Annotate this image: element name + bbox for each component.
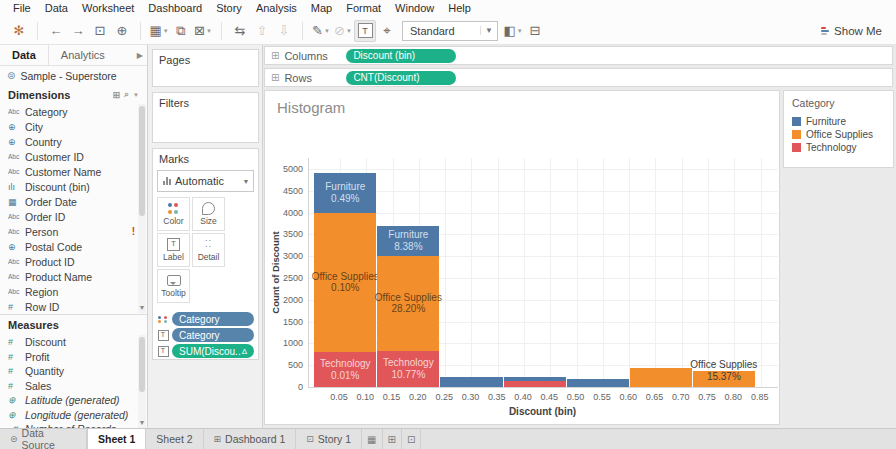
label-icon: T [167, 238, 180, 251]
highlight-button[interactable]: ✎▼ [310, 20, 332, 42]
bar-segment-office-supplies-bin6[interactable] [693, 371, 755, 387]
field-product-id[interactable]: AbcProduct ID [0, 254, 147, 269]
tab-analytics[interactable]: Analytics [49, 45, 117, 65]
text-icon: Abc [8, 273, 25, 280]
tooltip-button[interactable]: Tooltip [157, 269, 190, 303]
clear-sheet-button[interactable]: ⊠▼ [192, 20, 214, 42]
columns-shelf[interactable]: ⊞ Columns Discount (bin) [264, 46, 893, 65]
datasource-row[interactable]: ⊜ Sample - Superstore [0, 66, 147, 85]
menu-file[interactable]: File [6, 0, 38, 17]
tableau-logo-button[interactable]: ✻ [8, 20, 30, 42]
rows-shelf[interactable]: ⊞ Rows CNT(Discount) [264, 68, 893, 87]
bar-segment-furniture-bin3[interactable] [504, 377, 566, 381]
presentation-mode-button[interactable]: ⊟ [524, 20, 546, 42]
bar-segment-technology-bin1[interactable] [377, 351, 439, 387]
bar-segment-furniture-bin4[interactable] [567, 379, 629, 387]
bar-segment-office-supplies-bin5[interactable] [630, 368, 692, 387]
menu-data[interactable]: Data [38, 0, 75, 17]
mark-type-dropdown[interactable]: Automatic ▼ [157, 170, 254, 192]
menu-format[interactable]: Format [339, 0, 388, 17]
undo-button[interactable]: ← [45, 20, 67, 42]
color-button[interactable]: Color [157, 197, 190, 231]
search-icon[interactable]: ⌕ [124, 89, 129, 100]
menu-help[interactable]: Help [441, 0, 478, 17]
pages-shelf[interactable]: Pages [152, 49, 259, 87]
pill-category[interactable]: Category [172, 312, 254, 326]
tab-data-source[interactable]: ⊜Data Source [0, 429, 87, 449]
bar-segment-technology-bin3[interactable] [504, 381, 566, 387]
field-person[interactable]: AbcPerson! [0, 224, 147, 239]
menu-story[interactable]: Story [209, 0, 249, 17]
field-country[interactable]: ⊕Country [0, 134, 147, 149]
field-discount-bin[interactable]: ılıDiscount (bin) [0, 179, 147, 194]
measures-scrollbar[interactable]: ▼ [138, 335, 146, 428]
pill-cnt-discount[interactable]: CNT(Discount) [346, 71, 456, 85]
menu-analysis[interactable]: Analysis [249, 0, 304, 17]
sort-ascending-button: ⇧ [251, 20, 273, 42]
pill-category[interactable]: Category [172, 328, 254, 342]
chevron-down-icon[interactable]: ▼ [133, 92, 139, 98]
label-button[interactable]: TLabel [157, 233, 190, 267]
new-worksheet-button[interactable]: ▦ [362, 429, 382, 449]
field-city[interactable]: ⊕City [0, 119, 147, 134]
redo-button[interactable]: → [67, 20, 89, 42]
pill-discount-bin[interactable]: Discount (bin) [346, 49, 456, 63]
bar-segment-furniture-bin0[interactable] [314, 173, 376, 212]
field-profit[interactable]: #Profit [0, 350, 147, 365]
menu-worksheet[interactable]: Worksheet [75, 0, 141, 17]
new-dashboard-button[interactable]: ⊞ [383, 429, 402, 449]
fix-axes-button[interactable]: ⌖ [376, 20, 398, 42]
plot-area[interactable]: Technology0.01%Office Supplies0.10%Furni… [308, 158, 778, 388]
save-button[interactable]: ⊡ [89, 20, 111, 42]
view-options-icon[interactable]: ⊞ [112, 90, 120, 100]
menu-window[interactable]: Window [388, 0, 441, 17]
tab-sheet-2[interactable]: Sheet 2 [146, 429, 203, 449]
legend-item-technology[interactable]: Technology [792, 141, 885, 154]
field-discount[interactable]: #Discount [0, 335, 147, 350]
field-product-name[interactable]: AbcProduct Name [0, 269, 147, 284]
bar-segment-technology-bin0[interactable] [314, 352, 376, 387]
tab-dashboard-1[interactable]: ⊞Dashboard 1 [204, 429, 297, 449]
detail-button[interactable]: ⁚⁚Detail [192, 233, 225, 267]
filters-shelf[interactable]: Filters [152, 92, 259, 143]
pane-more-icon[interactable]: ▶ [133, 45, 147, 65]
dimensions-scrollbar[interactable]: ▼ [138, 104, 146, 313]
pill-sum-discou[interactable]: SUM(Discou..Δ [172, 344, 254, 358]
bar-segment-office-supplies-bin1[interactable] [377, 256, 439, 351]
field-latitude-generated[interactable]: ⊕Latitude (generated) [0, 393, 147, 408]
field-region[interactable]: AbcRegion [0, 284, 147, 299]
field-customer-id[interactable]: AbcCustomer ID [0, 149, 147, 164]
show-mark-labels-button[interactable]: T [354, 20, 376, 42]
show-me-button[interactable]: Show Me [821, 25, 888, 37]
field-order-id[interactable]: AbcOrder ID [0, 209, 147, 224]
tab-story-1[interactable]: ⊡Story 1 [296, 429, 362, 449]
field-order-date[interactable]: ▦Order Date [0, 194, 147, 209]
size-button[interactable]: Size [192, 197, 225, 231]
bar-segment-office-supplies-bin0[interactable] [314, 213, 376, 353]
bar-segment-furniture-bin1[interactable] [377, 226, 439, 257]
new-story-button[interactable]: ⊡ [402, 429, 421, 449]
field-sales[interactable]: #Sales [0, 379, 147, 394]
scroll-down-icon[interactable]: ▼ [138, 303, 146, 313]
fit-mode-value: Standard [403, 25, 480, 37]
swap-axes-button[interactable]: ⇆ [229, 20, 251, 42]
bar-segment-furniture-bin2[interactable] [440, 377, 502, 387]
add-data-button[interactable]: ⊕ [111, 20, 133, 42]
tab-sheet-1[interactable]: Sheet 1 [87, 429, 146, 449]
legend-item-office-supplies[interactable]: Office Supplies [792, 128, 885, 141]
field-row-id[interactable]: #Row ID [0, 299, 147, 314]
legend-item-furniture[interactable]: Furniture [792, 115, 885, 128]
menu-map[interactable]: Map [304, 0, 339, 17]
duplicate-button[interactable]: ⧉ [170, 20, 192, 42]
fit-view-button[interactable]: ◧▼ [502, 20, 524, 42]
tab-data[interactable]: Data [0, 45, 49, 65]
fit-mode-select[interactable]: Standard ▼ [402, 21, 498, 41]
field-longitude-generated[interactable]: ⊕Longitude (generated) [0, 408, 147, 423]
field-customer-name[interactable]: AbcCustomer Name [0, 164, 147, 179]
menu-dashboard[interactable]: Dashboard [141, 0, 209, 17]
scroll-down-icon[interactable]: ▼ [138, 418, 146, 428]
field-category[interactable]: AbcCategory [0, 104, 147, 119]
field-postal-code[interactable]: ⊕Postal Code [0, 239, 147, 254]
field-quantity[interactable]: #Quantity [0, 364, 147, 379]
new-worksheet-button[interactable]: ▦▼ [148, 20, 170, 42]
